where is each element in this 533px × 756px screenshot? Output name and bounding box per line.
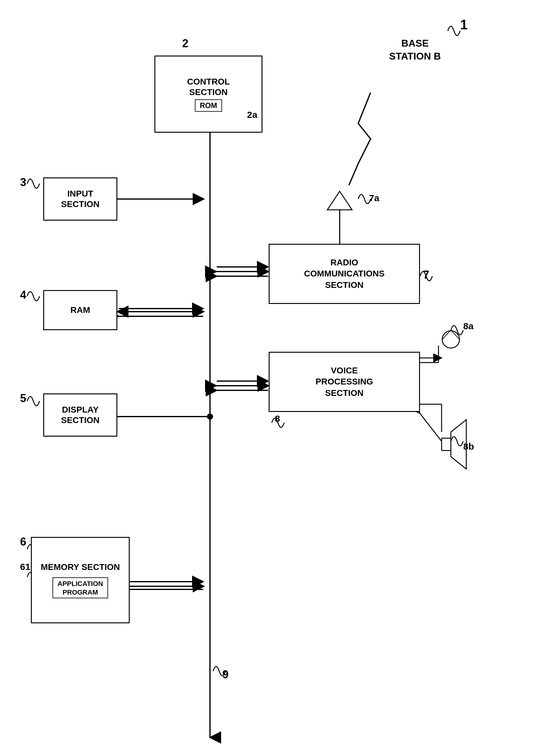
ref-8a: 8a [463, 321, 473, 331]
rom-label: ROM [200, 101, 217, 110]
svg-point-29 [442, 331, 460, 348]
diagram-svg [0, 0, 533, 756]
display-section-block: DISPLAY SECTION [43, 393, 117, 437]
ref-3: 3 [20, 176, 26, 189]
ref-2a: 2a [247, 110, 257, 120]
application-program-box: APPLICATION PROGRAM [52, 577, 108, 598]
input-section-block: INPUT SECTION [43, 177, 117, 221]
base-station-label: BASE STATION B [389, 37, 441, 63]
ref-2: 2 [182, 37, 188, 50]
ref-61: 61 [20, 562, 30, 572]
diagram: CONTROL SECTION ROM INPUT SECTION RAM DI… [0, 0, 533, 756]
control-section-block: CONTROL SECTION ROM [154, 56, 263, 133]
control-section-label: CONTROL SECTION [187, 76, 230, 97]
voice-processing-label: VOICE PROCESSING SECTION [316, 365, 373, 399]
ref-1: 1 [460, 17, 467, 32]
ram-label: RAM [70, 305, 90, 315]
ref-4: 4 [20, 288, 26, 302]
svg-marker-27 [327, 191, 352, 210]
ref-7a: 7a [369, 193, 379, 203]
ref-7: 7 [423, 268, 429, 282]
rom-box: ROM [195, 99, 222, 112]
ref-8b: 8b [463, 441, 474, 452]
input-section-label: INPUT SECTION [61, 189, 99, 209]
application-program-label: APPLICATION PROGRAM [57, 580, 103, 596]
ram-block: RAM [43, 290, 117, 330]
memory-section-block: MEMORY SECTION APPLICATION PROGRAM [31, 537, 130, 623]
display-section-label: DISPLAY SECTION [61, 405, 99, 425]
svg-line-37 [420, 414, 442, 441]
voice-processing-block: VOICE PROCESSING SECTION [269, 352, 420, 412]
ref-5: 5 [20, 392, 26, 405]
radio-comm-label: RADIO COMMUNICATIONS SECTION [304, 257, 385, 291]
ref-9: 9 [222, 668, 229, 681]
ref-6: 6 [20, 535, 26, 548]
radio-comm-block: RADIO COMMUNICATIONS SECTION [269, 244, 420, 304]
memory-section-label: MEMORY SECTION [41, 562, 120, 572]
ref-8: 8 [275, 414, 280, 424]
